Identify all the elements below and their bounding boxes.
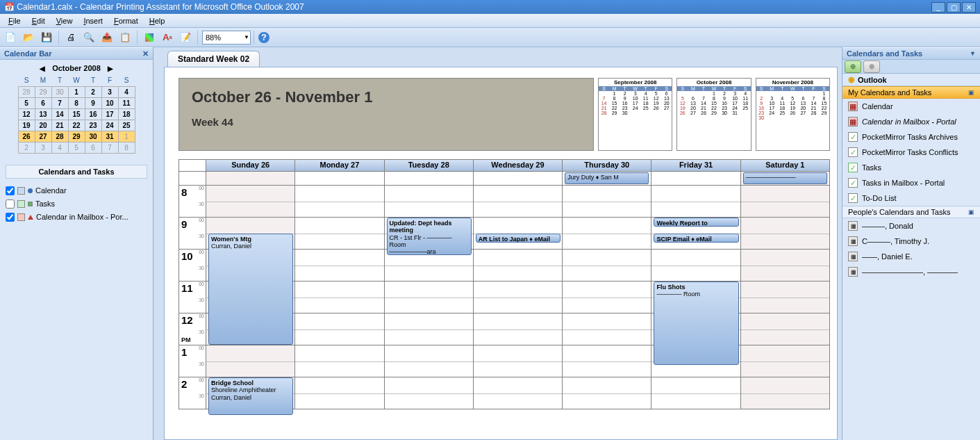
calendar-list-item[interactable]: ✓PocketMirror Tasks Conflicts <box>842 145 980 160</box>
date-cell[interactable]: 7 <box>101 142 118 153</box>
allday-cell[interactable] <box>474 172 563 186</box>
help-icon[interactable]: ? <box>258 32 269 43</box>
time-slot[interactable] <box>385 186 474 218</box>
date-cell[interactable]: 7 <box>51 97 68 108</box>
calendar-list-item[interactable]: ✓To-Do List <box>842 190 980 206</box>
time-slot[interactable] <box>295 345 384 377</box>
date-cell[interactable]: 29 <box>35 86 51 97</box>
maximize-button[interactable]: ▢ <box>947 2 961 13</box>
appointment[interactable]: Flu Shots———— Room <box>654 282 738 365</box>
date-cell[interactable]: 19 <box>18 120 35 131</box>
date-navigator[interactable]: SMTWTFS 28293012345678910111213141516171… <box>18 75 135 154</box>
calendar-list-item[interactable]: ▦C———, Timothy J. <box>842 234 980 249</box>
allday-cell[interactable] <box>206 172 295 186</box>
time-slot[interactable] <box>474 186 563 218</box>
date-cell[interactable]: 4 <box>51 142 68 153</box>
date-cell[interactable]: 30 <box>85 131 101 142</box>
date-cell[interactable]: 18 <box>118 108 135 120</box>
date-cell[interactable]: 23 <box>85 120 101 131</box>
date-cell[interactable]: 14 <box>51 108 68 120</box>
time-slot[interactable] <box>651 186 740 218</box>
tab-standard-week[interactable]: Standard Week 02 <box>167 51 260 67</box>
allday-cell[interactable]: ———————— <box>741 172 830 186</box>
minimize-button[interactable]: _ <box>931 2 945 13</box>
date-cell[interactable]: 17 <box>101 108 118 120</box>
calendar-list-item[interactable]: ▦———, Donald <box>842 218 980 234</box>
time-slot[interactable] <box>741 313 830 345</box>
date-cell[interactable]: 1 <box>68 86 85 97</box>
date-cell[interactable]: 6 <box>85 142 101 153</box>
time-slot[interactable] <box>563 282 651 313</box>
calendar-item[interactable]: Calendar <box>6 184 147 197</box>
date-cell[interactable]: 29 <box>68 131 85 142</box>
time-slot[interactable] <box>563 313 651 345</box>
time-slot[interactable] <box>474 313 563 345</box>
calendar-list-item[interactable]: ✓PocketMirror Tasks Archives <box>842 129 980 145</box>
date-cell[interactable]: 28 <box>51 131 68 142</box>
time-slot[interactable] <box>385 282 474 313</box>
peoples-calendars-header[interactable]: People's Calendars and Tasks▣ <box>842 206 980 218</box>
time-slot[interactable] <box>295 313 384 345</box>
calendar-checkbox[interactable] <box>6 186 15 195</box>
time-slot[interactable] <box>295 282 384 313</box>
time-slot[interactable] <box>295 377 384 409</box>
calendar-checkbox[interactable] <box>6 213 15 222</box>
menu-insert[interactable]: Insert <box>78 15 108 26</box>
date-cell[interactable]: 4 <box>118 86 135 97</box>
date-cell[interactable]: 6 <box>35 97 51 108</box>
date-cell[interactable]: 12 <box>18 108 35 120</box>
date-cell[interactable]: 25 <box>118 120 135 131</box>
allday-event[interactable]: ———————— <box>743 172 827 184</box>
date-cell[interactable]: 28 <box>18 86 35 97</box>
date-cell[interactable]: 2 <box>18 142 35 153</box>
time-slot[interactable] <box>385 377 474 409</box>
appointment[interactable]: Weekly Report to <box>654 218 738 227</box>
next-month-icon[interactable]: ▶ <box>105 65 116 72</box>
close-panel-icon[interactable]: ✕ <box>142 49 149 58</box>
appointment[interactable]: Updated: Dept heads meetingCR - 1st Flr … <box>387 218 472 255</box>
date-cell[interactable]: 22 <box>68 120 85 131</box>
time-slot[interactable] <box>385 345 474 377</box>
menu-file[interactable]: File <box>3 15 26 26</box>
date-cell[interactable]: 3 <box>35 142 51 153</box>
menu-edit[interactable]: Edit <box>26 15 51 26</box>
allday-event[interactable]: Jury Duty ♦ San M <box>565 172 649 184</box>
time-slot[interactable] <box>741 282 830 313</box>
date-cell[interactable]: 13 <box>35 108 51 120</box>
date-cell[interactable]: 20 <box>35 120 51 131</box>
add-calendar-icon[interactable]: ⊕ <box>845 60 861 73</box>
date-cell[interactable]: 2 <box>85 86 101 97</box>
menu-help[interactable]: Help <box>144 15 171 26</box>
save-icon[interactable]: 💾 <box>39 30 54 45</box>
calendar-list-item[interactable]: ▦Calendar in Mailbox - Portal <box>842 114 980 129</box>
calendar-list-item[interactable]: ✓Tasks <box>842 160 980 175</box>
date-cell[interactable]: 5 <box>18 97 35 108</box>
allday-cell[interactable] <box>651 172 740 186</box>
calendar-list-item[interactable]: ▦————————, ———— <box>842 264 980 279</box>
appointment[interactable]: SCIP Email ♦ eMail <box>654 234 738 243</box>
time-slot[interactable] <box>295 186 384 218</box>
date-cell[interactable]: 10 <box>101 97 118 108</box>
calendar-list-item[interactable]: ▦——, Daniel E. <box>842 249 980 264</box>
date-cell[interactable]: 21 <box>51 120 68 131</box>
time-slot[interactable] <box>741 250 830 282</box>
time-slot[interactable] <box>563 345 651 377</box>
date-cell[interactable]: 3 <box>101 86 118 97</box>
close-window-button[interactable]: ✕ <box>962 2 976 13</box>
date-cell[interactable]: 16 <box>85 108 101 120</box>
font-icon[interactable]: Aa <box>160 30 175 45</box>
date-cell[interactable]: 8 <box>118 142 135 153</box>
date-cell[interactable]: 31 <box>101 131 118 142</box>
calendar-checkbox[interactable] <box>6 199 15 209</box>
calendar-list-item[interactable]: ▦Calendar <box>842 99 980 114</box>
date-cell[interactable]: 30 <box>51 86 68 97</box>
calendar-item[interactable]: Calendar in Mailbox - Por... <box>6 211 147 224</box>
time-slot[interactable] <box>651 377 740 409</box>
time-slot[interactable] <box>651 250 740 282</box>
print-icon[interactable]: 🖨 <box>63 30 78 45</box>
preview-icon[interactable]: 🔍 <box>81 30 97 45</box>
time-slot[interactable] <box>741 186 830 218</box>
collapse-panel-icon[interactable]: ▼ <box>970 50 976 57</box>
date-cell[interactable]: 11 <box>118 97 135 108</box>
my-calendars-header[interactable]: My Calendars and Tasks▣ <box>842 86 980 99</box>
